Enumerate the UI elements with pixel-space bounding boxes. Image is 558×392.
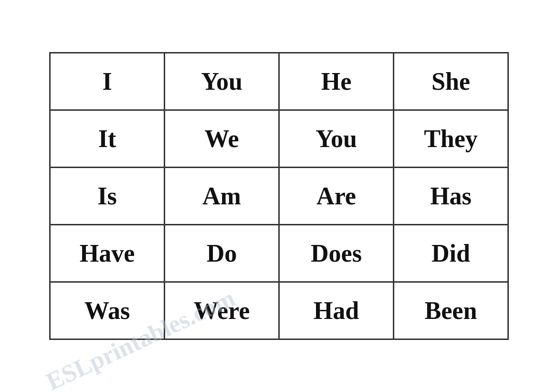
table-cell: Did xyxy=(394,225,508,282)
table-cell: You xyxy=(279,110,394,168)
table-cell: Been xyxy=(394,282,508,339)
table-cell: Was xyxy=(50,282,165,339)
table-cell: It xyxy=(50,110,165,168)
table-cell: Are xyxy=(279,168,394,225)
table-cell: You xyxy=(165,53,279,110)
table-cell: Were xyxy=(165,282,279,339)
table-cell: He xyxy=(279,53,394,110)
table-cell: Have xyxy=(50,225,165,282)
table-cell: Do xyxy=(165,225,279,282)
word-grid: IYouHeSheItWeYouTheyIsAmAreHasHaveDoDoes… xyxy=(49,52,509,340)
page-container: IYouHeSheItWeYouTheyIsAmAreHasHaveDoDoes… xyxy=(0,0,558,392)
table-cell: She xyxy=(394,53,508,110)
table-cell: Does xyxy=(279,225,394,282)
table-row: ItWeYouThey xyxy=(50,110,508,168)
table-cell: Has xyxy=(394,168,508,225)
table-row: IsAmAreHas xyxy=(50,168,508,225)
table-row: HaveDoDoesDid xyxy=(50,225,508,282)
table-cell: We xyxy=(165,110,279,168)
table-row: IYouHeShe xyxy=(50,53,508,110)
table-cell: I xyxy=(50,53,165,110)
table-cell: Is xyxy=(50,168,165,225)
table-cell: They xyxy=(394,110,508,168)
table-row: WasWereHadBeen xyxy=(50,282,508,339)
table-cell: Had xyxy=(279,282,394,339)
table-cell: Am xyxy=(165,168,279,225)
